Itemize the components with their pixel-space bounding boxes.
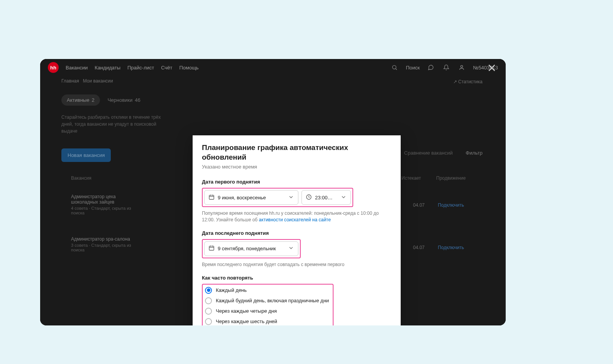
tab-active-count: 2 (91, 97, 94, 103)
tab-drafts-count: 46 (135, 97, 140, 103)
first-date-value: 9 июня, воскресенье (218, 195, 285, 201)
filter-row: Сравнение вакансий Фильтр (404, 150, 483, 156)
th-expires[interactable]: Истекает (401, 175, 436, 181)
radio-every-day[interactable]: Каждый день (205, 287, 329, 294)
radio-label: Через каждые шесть дней (216, 318, 277, 324)
repeat-radio-group: Каждый день Каждый будний день, включая … (205, 287, 329, 325)
search-icon[interactable] (390, 63, 399, 72)
row-date: 04.07 (413, 202, 425, 208)
stats-link-label: Статистика (458, 79, 483, 84)
last-date-hint: Время последнего поднятия будет совпадат… (202, 261, 391, 268)
row-connect[interactable]: Подключить (438, 202, 464, 208)
modal-subtitle: Указано местное время (202, 164, 391, 170)
tab-active-label: Активные (67, 97, 89, 103)
highlight-repeat: Каждый день Каждый будний день, включая … (202, 284, 334, 325)
hh-logo: hh (48, 62, 59, 73)
app-frame: hh Вакансии Кандидаты Прайс-лист Счёт По… (40, 59, 506, 325)
radio-icon (205, 318, 212, 325)
tab-drafts-label: Черновики (108, 97, 133, 103)
row-title: Администратор spa-салона (71, 236, 141, 242)
chevron-down-icon (288, 194, 294, 201)
radio-every-six-days[interactable]: Через каждые шесть дней (205, 318, 329, 325)
radio-label: Через каждые четыре дня (216, 308, 277, 314)
first-time-value: 23:00—24:... (315, 195, 337, 201)
repeat-block: Как часто повторять Каждый день Каждый б… (202, 275, 391, 325)
modal-body: Планирование графика автоматических обно… (193, 135, 401, 325)
nav-account[interactable]: Счёт (161, 65, 172, 71)
last-date-block: Дата последнего поднятия 9 сентября, пон… (202, 230, 391, 268)
bell-icon[interactable] (442, 63, 450, 72)
radio-label: Каждый день (216, 287, 247, 293)
row-title: Администратор цеха шоколадных зайцев (71, 194, 141, 205)
highlight-last-date: 9 сентября, понедельник (202, 239, 301, 258)
radio-icon (205, 308, 212, 315)
info-banner: Старайтесь разбирать отклики в течение т… (61, 114, 169, 135)
chat-icon[interactable] (427, 63, 435, 72)
calendar-icon (208, 194, 215, 201)
svg-line-1 (396, 69, 397, 70)
chevron-down-icon (340, 194, 347, 201)
breadcrumb-current: Мои вакансии (83, 78, 113, 84)
activity-link[interactable]: активности соискателей на сайте (259, 217, 331, 222)
last-date-label: Дата последнего поднятия (202, 230, 391, 236)
last-date-value: 9 сентября, понедельник (218, 246, 285, 251)
breadcrumb: Главная Мои вакансии (61, 78, 113, 84)
nav-vacancies[interactable]: Вакансии (66, 65, 88, 71)
svg-rect-3 (209, 195, 214, 199)
radio-every-four-days[interactable]: Через каждые четыре дня (205, 308, 329, 315)
nav-candidates[interactable]: Кандидаты (95, 65, 120, 71)
filter-button[interactable]: Фильтр (466, 150, 483, 156)
row-meta: 4 совета · Стандарт, скрыта из поиска (71, 206, 141, 215)
svg-point-0 (393, 66, 396, 69)
new-vacancy-button[interactable]: Новая вакансия (61, 148, 111, 162)
first-date-label: Дата первого поднятия (202, 179, 391, 185)
calendar-icon (208, 245, 215, 252)
radio-icon (205, 287, 212, 294)
first-date-block: Дата первого поднятия 9 июня, воскресень… (202, 179, 391, 223)
user-icon[interactable] (457, 63, 466, 72)
th-promotion[interactable]: Продвижение (436, 175, 483, 181)
row-meta: 3 совета · Стандарт, скрыта из поиска (71, 243, 141, 252)
vacancy-tabs: Активные 2 Черновики 46 (61, 94, 144, 106)
svg-rect-8 (209, 246, 214, 251)
chevron-down-icon (288, 245, 294, 252)
modal-title: Планирование графика автоматических обно… (202, 143, 391, 162)
svg-point-2 (461, 66, 463, 67)
last-date-picker[interactable]: 9 сентября, понедельник (204, 241, 298, 256)
app-header: hh Вакансии Кандидаты Прайс-лист Счёт По… (40, 59, 506, 76)
clock-icon (306, 194, 312, 201)
first-date-hint: Популярное время посещения hh.ru у соиск… (202, 210, 391, 223)
repeat-label: Как часто повторять (202, 275, 391, 281)
tab-drafts[interactable]: Черновики 46 (104, 94, 144, 106)
radio-label: Каждый будний день, включая праздничные … (216, 298, 329, 303)
stats-link[interactable]: ↗ Статистика (453, 79, 483, 84)
radio-icon (205, 297, 212, 304)
row-date: 04.07 (413, 245, 425, 250)
breadcrumb-home[interactable]: Главная (61, 78, 79, 84)
first-time-picker[interactable]: 23:00—24:... (301, 190, 351, 205)
close-icon[interactable] (486, 62, 498, 74)
nav-help[interactable]: Помощь (179, 65, 198, 71)
tab-active[interactable]: Активные 2 (61, 94, 100, 106)
schedule-modal: Планирование графика автоматических обно… (193, 135, 401, 325)
search-label[interactable]: Поиск (406, 65, 420, 71)
nav-pricelist[interactable]: Прайс-лист (127, 65, 154, 71)
compare-label[interactable]: Сравнение вакансий (404, 150, 453, 156)
radio-every-weekday[interactable]: Каждый будний день, включая праздничные … (205, 297, 329, 304)
first-date-picker[interactable]: 9 июня, воскресенье (204, 190, 298, 205)
highlight-first-date: 9 июня, воскресенье 23:00—24:... (202, 188, 353, 207)
row-connect[interactable]: Подключить (438, 245, 464, 250)
